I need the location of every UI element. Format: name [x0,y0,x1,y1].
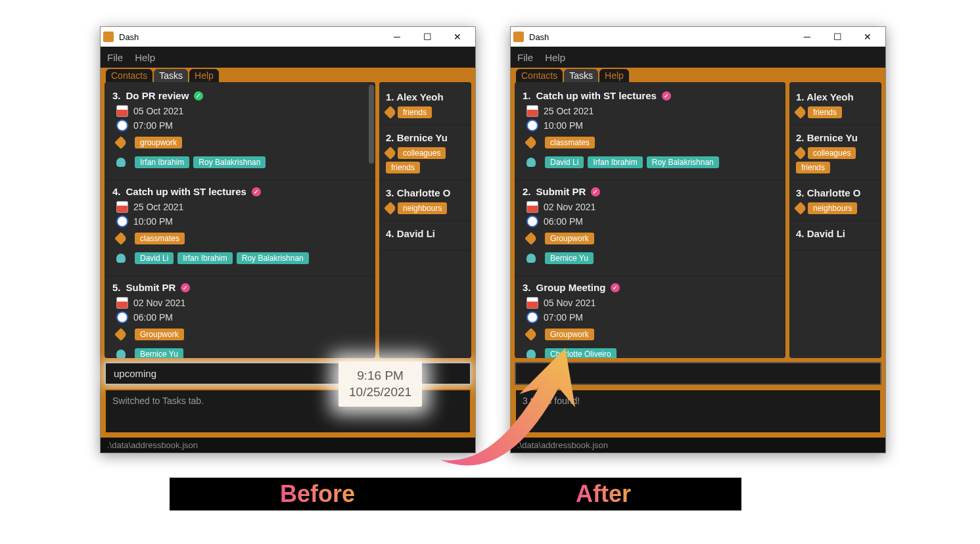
tab-contacts[interactable]: Contacts [516,69,563,82]
contact-item[interactable]: 1. Alex Yeoh friends [789,85,881,125]
tab-tasks[interactable]: Tasks [564,69,598,82]
task-time: 10:00 PM [133,216,173,227]
minimize-button[interactable]: ─ [382,27,412,47]
tag-icon [794,106,807,119]
task-person: Irfan Ibrahim [588,156,642,168]
tabbar: Contacts Tasks Help [105,68,471,82]
task-person: Bernice Yu [135,348,183,358]
task-time: 07:00 PM [133,120,173,131]
footer-path: .\data\addressbook.json [511,438,885,453]
maximize-button[interactable]: ☐ [822,27,852,47]
menubar: File Help [511,47,885,68]
task-person: Charlotte Oliveiro [545,348,617,358]
task-item[interactable]: 3. Group Meeting ✓ 05 Nov 2021 07:00 PM … [515,277,785,358]
task-item[interactable]: 2. Submit PR ✓ 02 Nov 2021 06:00 PM Grou… [515,181,785,277]
task-tag: Groupwork [545,233,594,244]
clock-icon [526,215,538,227]
contact-item[interactable]: 2. Bernice Yu colleaguesfriends [379,125,471,181]
calendar-icon [526,105,538,117]
task-item[interactable]: 1. Catch up with ST lectures ✓ 25 Oct 20… [515,85,785,181]
calendar-icon [116,297,128,309]
tag-icon [525,136,538,149]
task-date: 05 Oct 2021 [133,106,183,116]
contact-tag: colleagues [808,147,856,159]
tab-tasks[interactable]: Tasks [154,69,188,82]
menubar: File Help [101,47,475,68]
task-item[interactable]: 4. Catch up with ST lectures ✓ 25 Oct 20… [105,181,375,277]
task-tag: Groupwork [135,329,184,340]
task-title-text: Submit PR [126,282,176,293]
task-time: 06:00 PM [544,216,583,227]
status-message: 3 tasks found! [515,389,881,434]
tab-help[interactable]: Help [189,69,219,82]
task-title-text: Group Meeting [536,282,606,293]
tab-contacts[interactable]: Contacts [106,69,152,82]
close-button[interactable]: ✕ [852,27,883,47]
label-before: Before [280,480,355,508]
task-date: 25 Oct 2021 [133,202,183,212]
task-tag: Groupwork [545,329,594,340]
task-title-text: Submit PR [536,186,586,197]
app-body: Contacts Tasks Help 1. Catch up with ST … [511,68,885,438]
contact-tag: neighbours [398,202,447,214]
window-title: Dash [119,32,139,42]
contacts-panel: 1. Alex Yeoh friends 2. Bernice Yu colle… [379,82,471,358]
task-num: 2. [523,186,531,197]
command-input[interactable] [523,367,876,380]
tag-icon [114,232,128,245]
contact-item[interactable]: 3. Charlotte O neighbours [379,181,471,221]
contact-item[interactable]: 1. Alex Yeoh friends [379,85,471,125]
check-icon: ✓ [591,187,600,196]
task-num: 3. [112,90,121,101]
window-title: Dash [529,32,549,42]
task-title-text: Catch up with ST lectures [126,186,246,197]
calendar-icon [116,105,128,117]
tab-help[interactable]: Help [599,69,629,82]
calendar-icon [526,201,538,213]
task-num: 4. [112,186,121,197]
check-icon: ✓ [252,187,261,196]
task-date: 02 Nov 2021 [133,298,185,308]
tag-icon [794,147,807,160]
person-icon [526,158,536,167]
task-person: Irfan Ibrahim [177,252,232,264]
tag-icon [114,136,128,149]
task-time: 10:00 PM [544,120,583,131]
task-person: Bernice Yu [545,252,594,264]
menu-help[interactable]: Help [545,52,565,63]
window-controls: ─ ☐ ✕ [792,27,883,47]
minimize-button[interactable]: ─ [792,27,822,47]
clock-icon [116,311,128,323]
contact-item[interactable]: 2. Bernice Yu colleaguesfriends [789,125,881,181]
task-person: Irfan Ibrahim [135,156,189,168]
task-item[interactable]: 3. Do PR review ✓ 05 Oct 2021 07:00 PM g… [105,85,375,181]
task-item[interactable]: 5. Submit PR ✓ 02 Nov 2021 06:00 PM Grou… [105,277,375,358]
check-icon: ✓ [181,283,190,292]
contact-tag: friends [796,162,830,173]
menu-file[interactable]: File [107,52,123,63]
close-button[interactable]: ✕ [442,27,473,47]
task-person: David Li [545,156,584,168]
clock-popup: 9:16 PM 10/25/2021 [338,361,422,407]
titlebar: Dash ─ ☐ ✕ [101,27,475,47]
app-icon [513,32,524,42]
clock-icon [526,120,538,131]
tabbar: Contacts Tasks Help [515,68,881,82]
task-time: 06:00 PM [133,312,173,323]
contact-item[interactable]: 4. David Li [379,221,471,250]
check-icon: ✓ [194,91,203,101]
person-icon [526,350,536,358]
contact-item[interactable]: 4. David Li [789,221,881,250]
task-tag: classmates [545,137,595,148]
clock-icon [526,311,538,323]
menu-file[interactable]: File [517,52,533,63]
scrollbar[interactable] [369,85,374,164]
person-icon [526,254,536,263]
task-person: David Li [135,252,174,264]
tag-icon [384,202,397,215]
maximize-button[interactable]: ☐ [412,27,442,47]
task-tag: classmates [135,233,185,244]
contact-tag: friends [398,106,432,118]
menu-help[interactable]: Help [135,52,155,63]
contact-item[interactable]: 3. Charlotte O neighbours [789,181,881,221]
